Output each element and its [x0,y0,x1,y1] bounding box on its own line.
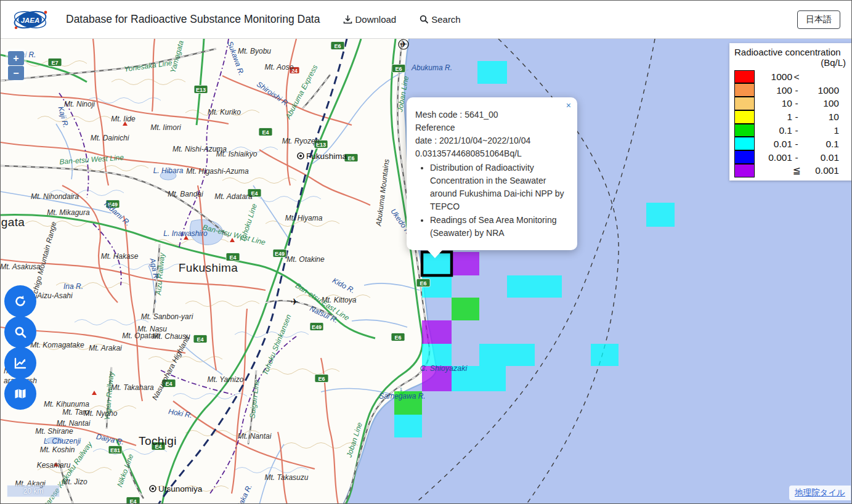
legend-row: 0.001-0.01 [734,151,848,165]
refresh-button[interactable] [4,285,36,317]
map-label: Mt. Asakusa [1,262,41,271]
basemap-button[interactable] [4,378,36,410]
legend-row: 1-10 [734,110,848,124]
legend-row: 0.01-0.1 [734,137,848,151]
map-label: Mt. Aoso [265,63,294,71]
mesh-cell[interactable] [477,61,507,84]
svg-text:E4: E4 [129,498,136,504]
legend-swatch [734,97,755,110]
route-shield: E4 [259,128,272,136]
legend-panel: Radioactive concentration (Bq/L) 1000<10… [729,43,852,181]
popup-line: date : 2021/10/04~2022/10/04 [415,134,566,147]
map-label: Mt. Nantai [238,432,272,441]
map-label: Mt. Koshin [40,445,75,454]
route-shield: E4 [193,335,207,343]
legend-swatch [734,164,755,177]
legend-swatch [734,70,755,84]
legend-row: 100-1000 [734,84,848,97]
map-label: Mt. Kuriko [208,108,241,116]
mesh-cell[interactable] [646,203,675,227]
route-shield: E6 [315,375,328,383]
svg-text:E49: E49 [275,251,285,257]
svg-text:E6: E6 [318,376,325,382]
zoom-in-button[interactable]: + [8,51,24,65]
map-label: C. Shioyazaki [420,364,468,373]
legend-unit: (Bq/L) [734,57,848,68]
svg-text:Fukushima: Fukushima [306,152,347,161]
svg-text:E4: E4 [229,254,236,261]
map-label: Mt. Yamizo [208,375,244,384]
map-label: Ina R. [63,282,83,291]
chart-button[interactable] [4,347,36,379]
map-icon [14,387,27,400]
map-label: Mt. Shirane [35,427,73,436]
zoom-out-button[interactable]: − [8,66,24,80]
popup-text: Mesh code : 5641_00Referencedate : 2021/… [415,108,566,160]
search-icon [420,15,429,24]
search-button[interactable]: Search [420,14,461,25]
jaea-logo-icon: JAEA [12,6,51,34]
svg-text:E6: E6 [420,280,426,287]
popup-source-item: Distribution of Radioactivity Concentrat… [430,161,566,213]
svg-text:E13: E13 [196,87,206,93]
map-label: Mt. Dainichi [91,134,129,142]
magnifier-icon [14,325,27,339]
map-label: Mt. Ryozen [282,137,320,145]
svg-text:E4: E4 [197,336,203,343]
map-label: Kesamaru [37,461,71,469]
mesh-cell[interactable] [591,344,619,366]
map-search-button[interactable] [4,316,36,348]
route-shield: E13 [194,86,208,94]
mesh-cell[interactable] [452,252,479,275]
map-label: Mt. Komagatake [30,341,84,349]
svg-text:E4: E4 [262,129,269,136]
svg-text:E6: E6 [334,43,341,49]
mesh-cell[interactable] [452,298,479,320]
map-label: gata [1,216,25,229]
map-label: Mt. Higashi-Azuma [186,167,249,176]
map-label: Tochigi [139,434,177,447]
map-label: Mt. Adatara [214,192,253,201]
legend-swatch [734,137,755,150]
map-label: L. Inawashiro [163,229,208,238]
popup-close-button[interactable]: × [566,100,571,110]
map-label: Mt. Iide [111,115,136,123]
mesh-cell[interactable] [479,344,535,366]
legend-swatch [734,124,755,137]
route-shield: E6 [392,65,405,73]
svg-text:JAEA: JAEA [21,16,40,23]
popup-line: Mesh code : 5641_00 [415,108,566,121]
map-label: Abukuma R. [411,63,452,72]
map-label: Samegawa R. [379,392,425,400]
mesh-cell[interactable] [394,415,422,437]
mesh-cell[interactable] [507,275,562,298]
page: { "header": { "logo_text": "JAEA", "titl… [0,0,852,504]
chart-icon [14,356,27,370]
legend-row: ≦0.001 [734,165,848,178]
legend-swatch [734,110,755,124]
route-shield: E4 [226,253,240,261]
svg-text:E49: E49 [312,324,322,330]
map-label: Mt. Iimori [150,123,181,132]
route-shield: E49 [310,323,323,331]
map-label: Mt. Nantai [57,419,91,428]
map-label: L. Chuzenji [44,437,81,445]
legend-swatch [734,83,755,97]
page-title: Database for Radioactive Substance Monit… [66,13,320,26]
map-label: Mt. Sanbon-yari [141,312,193,321]
popup-line: 0.03135744680851064Bq/L [415,147,566,160]
scale-bar: 20 km [7,485,60,497]
route-shield: E6 [331,42,344,50]
mesh-info-popup: × Mesh code : 5641_00Referencedate : 202… [407,97,577,250]
map-label: Mt. Ishiaikyo [216,150,258,158]
attribution-link[interactable]: 地理院タイル [795,488,845,497]
download-button[interactable]: Download [343,14,396,25]
download-icon [343,15,352,24]
route-shield: E6 [416,279,430,287]
legend-row: 1000< [734,70,848,84]
popup-source-item: Readings of Sea Area Monitoring (Seawate… [430,214,566,240]
language-toggle-button[interactable]: 日本語 [797,10,840,29]
mesh-cell[interactable] [422,344,452,366]
mesh-cell[interactable] [422,320,452,344]
map-label: Mt. Nyoho [84,409,118,418]
